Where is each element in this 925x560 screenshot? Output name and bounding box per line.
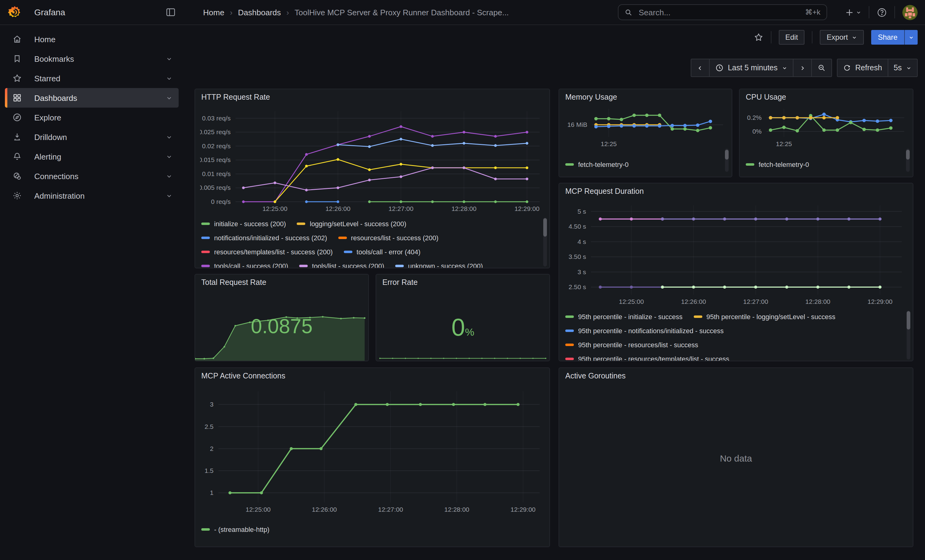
sidebar-item-starred[interactable]: Starred <box>5 69 179 88</box>
series-point <box>469 357 470 359</box>
legend-item[interactable]: 95th percentile - logging/setLevel - suc… <box>693 313 835 320</box>
divider <box>812 31 813 44</box>
legend-swatch <box>201 528 210 530</box>
panel-title[interactable]: MCP Request Duration <box>559 183 913 196</box>
total-request-rate-sparkline[interactable] <box>195 308 368 361</box>
series-point <box>709 120 712 123</box>
panel-title[interactable]: Memory Usage <box>559 89 732 102</box>
mcp-request-duration-chart[interactable]: 5 s4.50 s4 s3.50 s3 s2.50 s12:25:0012:26… <box>564 199 908 311</box>
legend-item[interactable]: resources/list - success (200) <box>338 234 438 241</box>
series-point <box>431 201 434 203</box>
sidebar-item-label: Home <box>34 35 55 44</box>
user-avatar[interactable] <box>902 5 917 20</box>
legend-item[interactable]: tools/call - success (200) <box>201 262 288 268</box>
series-point <box>364 317 365 319</box>
series-point <box>862 128 866 131</box>
legend-item[interactable]: - (streamable-http) <box>201 525 270 533</box>
collapse-sidebar-icon[interactable] <box>165 7 176 18</box>
edit-button[interactable]: Edit <box>779 30 804 45</box>
sidebar-item-home[interactable]: Home <box>5 29 179 49</box>
legend-row: 95th percentile - resources/templates/li… <box>565 351 910 361</box>
chevron-down-icon[interactable] <box>166 56 173 62</box>
panel-title[interactable]: CPU Usage <box>740 89 913 102</box>
series-point <box>599 285 602 288</box>
legend-scrollbar[interactable] <box>907 311 910 359</box>
time-range-picker[interactable]: Last 5 minutes <box>709 59 793 77</box>
time-shift-back-button[interactable] <box>691 59 709 77</box>
scrollbar-thumb[interactable] <box>907 311 910 330</box>
panel-mcp-active-connections: MCP Active Connections 32.521.5112:25:00… <box>194 368 550 547</box>
legend-row: - (streamable-http) <box>201 522 547 536</box>
legend-item[interactable]: logging/setLevel - success (200) <box>297 220 407 227</box>
breadcrumb-home[interactable]: Home <box>203 8 224 17</box>
zoom-out-button[interactable] <box>811 59 832 77</box>
export-button[interactable]: Export <box>820 30 864 45</box>
legend-scrollbar[interactable] <box>543 218 547 267</box>
panel-title[interactable]: Error Rate <box>376 275 549 287</box>
series-point <box>817 218 820 221</box>
chevron-down-icon[interactable] <box>166 173 173 179</box>
legend-item[interactable]: resources/templates/list - success (200) <box>201 248 333 255</box>
panel-title[interactable]: MCP Active Connections <box>195 368 549 380</box>
chevron-down-icon[interactable] <box>166 153 173 160</box>
sidebar-item-label: Alerting <box>34 152 61 161</box>
help-button[interactable] <box>877 7 887 17</box>
sidebar-item-connections[interactable]: Connections <box>5 166 179 186</box>
legend-item[interactable]: fetch-telemetry-0 <box>746 161 809 168</box>
time-shift-forward-button[interactable] <box>793 59 811 77</box>
legend-item[interactable]: 95th percentile - resources/list - succe… <box>565 341 698 348</box>
legend-swatch <box>201 264 210 267</box>
sidebar-item-drilldown[interactable]: Drilldown <box>5 127 179 147</box>
panel-title[interactable]: Total Request Rate <box>195 275 368 287</box>
search-input[interactable]: ⌘+k <box>618 4 827 20</box>
grafana-logo-icon[interactable] <box>8 6 21 19</box>
sidebar-item-bookmarks[interactable]: Bookmarks <box>5 49 179 69</box>
chevron-down-icon[interactable] <box>166 95 173 101</box>
refresh-button[interactable]: Refresh <box>838 59 888 77</box>
legend-item[interactable]: initialize - success (200) <box>201 220 286 227</box>
refresh-interval-dropdown[interactable]: 5s <box>888 59 917 77</box>
x-tick-label: 12:29:00 <box>868 298 893 305</box>
memory-usage-chart[interactable]: 16 MiB12:25 <box>564 104 727 148</box>
share-button[interactable]: Share <box>871 30 904 45</box>
sidebar-item-explore[interactable]: Explore <box>5 108 179 127</box>
legend-item[interactable]: 95th percentile - notifications/initiali… <box>565 327 724 334</box>
sidebar-item-label: Drilldown <box>34 132 67 141</box>
cpu-usage-chart[interactable]: 0.2%0%12:25 <box>744 104 908 148</box>
legend-scrollbar[interactable] <box>906 149 910 172</box>
http-request-rate-chart[interactable]: 0 req/s0.005 req/s0.01 req/s0.015 req/s0… <box>200 105 546 218</box>
legend-item[interactable]: unknown - success (200) <box>395 262 483 268</box>
panel-title[interactable]: HTTP Request Rate <box>195 89 549 102</box>
add-new-button[interactable] <box>845 8 862 17</box>
legend-item[interactable]: tools/list - success (200) <box>299 262 384 268</box>
sidebar-item-administration[interactable]: Administration <box>5 186 179 206</box>
search-field[interactable] <box>637 7 800 17</box>
scrollbar-thumb[interactable] <box>543 218 547 237</box>
breadcrumb-dashboards[interactable]: Dashboards <box>238 8 281 17</box>
x-tick-label: 12:26:00 <box>312 506 337 513</box>
scrollbar-thumb[interactable] <box>906 150 910 159</box>
favorite-star-icon[interactable] <box>753 32 763 42</box>
share-menu-button[interactable] <box>904 30 917 45</box>
series-point <box>594 117 598 120</box>
legend-item[interactable]: notifications/initialized - success (202… <box>201 234 327 241</box>
chevron-down-icon[interactable] <box>166 134 173 140</box>
chevron-down-icon[interactable] <box>166 192 173 199</box>
chevron-down-icon[interactable] <box>166 75 173 82</box>
legend-label: tools/list - success (200) <box>312 262 384 268</box>
series-point <box>494 357 495 359</box>
legend-item[interactable]: fetch-telemetry-0 <box>565 161 628 168</box>
sidebar-item-dashboards[interactable]: Dashboards <box>5 88 179 108</box>
legend-swatch <box>395 264 404 267</box>
scrollbar-thumb[interactable] <box>725 150 729 159</box>
bookmark-icon <box>12 54 22 64</box>
error-rate-sparkline[interactable] <box>376 351 549 360</box>
mcp-active-connections-chart[interactable]: 32.521.5112:25:0012:26:0012:27:0012:28:0… <box>200 384 546 519</box>
legend-item[interactable]: 95th percentile - resources/templates/li… <box>565 355 729 361</box>
sidebar-item-alerting[interactable]: Alerting <box>5 147 179 166</box>
y-tick-label: 4.50 s <box>569 223 586 230</box>
panel-title[interactable]: Active Goroutines <box>559 368 913 380</box>
legend-scrollbar[interactable] <box>725 149 729 172</box>
legend-item[interactable]: 95th percentile - initialize - success <box>565 313 682 320</box>
legend-item[interactable]: tools/call - error (404) <box>344 248 420 255</box>
